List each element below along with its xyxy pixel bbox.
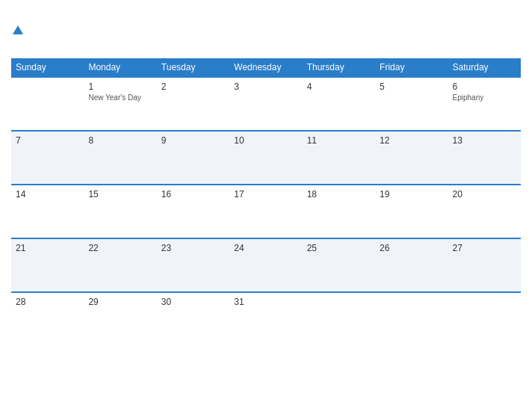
day-number: 29 <box>88 297 152 307</box>
calendar-cell <box>11 77 84 131</box>
weekday-header-thursday: Thursday <box>303 58 375 77</box>
calendar-cell: 29 <box>84 292 156 346</box>
day-number: 20 <box>453 189 516 200</box>
day-number: 24 <box>234 243 297 253</box>
calendar-cell: 31 <box>229 292 302 346</box>
calendar-cell: 7 <box>11 131 84 185</box>
day-number: 26 <box>380 243 443 253</box>
calendar-cell: 18 <box>303 185 375 238</box>
calendar-body: 1New Year's Day23456Epiphany789101112131… <box>11 77 521 346</box>
day-number: 4 <box>307 81 371 92</box>
day-number: 12 <box>380 135 443 146</box>
calendar-cell: 27 <box>448 238 521 292</box>
weekday-header-row: SundayMondayTuesdayWednesdayThursdayFrid… <box>11 58 521 77</box>
day-number: 8 <box>88 135 152 146</box>
logo-triangle-icon <box>13 25 23 34</box>
header <box>11 7 521 52</box>
weekday-header-saturday: Saturday <box>448 58 521 77</box>
calendar-cell <box>303 292 375 346</box>
calendar-cell: 24 <box>229 238 302 292</box>
day-number: 21 <box>16 243 79 253</box>
calendar-cell: 25 <box>303 238 375 292</box>
calendar-cell: 10 <box>229 131 302 185</box>
weekday-header-sunday: Sunday <box>11 58 84 77</box>
day-number: 16 <box>161 189 225 200</box>
day-number: 11 <box>307 135 371 146</box>
calendar-cell: 6Epiphany <box>448 77 521 131</box>
day-number: 7 <box>16 135 79 146</box>
day-number: 3 <box>234 81 297 92</box>
day-number: 31 <box>234 297 297 307</box>
calendar-cell: 15 <box>84 185 156 238</box>
calendar-container: SundayMondayTuesdayWednesdayThursdayFrid… <box>0 0 532 411</box>
calendar-cell: 22 <box>84 238 156 292</box>
calendar-cell: 26 <box>375 238 448 292</box>
weekday-header-monday: Monday <box>84 58 156 77</box>
day-number: 10 <box>234 135 297 146</box>
calendar-cell: 3 <box>229 77 302 131</box>
day-number: 6 <box>453 81 516 92</box>
weekday-header-friday: Friday <box>375 58 448 77</box>
calendar-cell: 11 <box>303 131 375 185</box>
day-number: 9 <box>161 135 225 146</box>
calendar-cell: 1New Year's Day <box>84 77 156 131</box>
calendar-table: SundayMondayTuesdayWednesdayThursdayFrid… <box>11 58 521 346</box>
calendar-cell: 20 <box>448 185 521 238</box>
calendar-cell: 30 <box>157 292 229 346</box>
day-number: 5 <box>380 81 443 92</box>
day-number: 17 <box>234 189 297 200</box>
calendar-cell: 14 <box>11 185 84 238</box>
calendar-cell: 17 <box>229 185 302 238</box>
week-row-4: 21222324252627 <box>11 238 521 292</box>
day-number: 22 <box>88 243 152 253</box>
day-number: 18 <box>307 189 371 200</box>
calendar-cell: 13 <box>448 131 521 185</box>
day-number: 1 <box>88 81 152 92</box>
day-number: 28 <box>16 297 79 307</box>
day-number: 23 <box>161 243 225 253</box>
day-number: 25 <box>307 243 371 253</box>
calendar-cell: 28 <box>11 292 84 346</box>
week-row-5: 28293031 <box>11 292 521 346</box>
calendar-cell: 19 <box>375 185 448 238</box>
week-row-2: 78910111213 <box>11 131 521 185</box>
holiday-name: New Year's Day <box>88 93 152 102</box>
calendar-cell: 23 <box>157 238 229 292</box>
calendar-cell: 2 <box>157 77 229 131</box>
week-row-1: 1New Year's Day23456Epiphany <box>11 77 521 131</box>
calendar-cell: 9 <box>157 131 229 185</box>
day-number: 15 <box>88 189 152 200</box>
week-row-3: 14151617181920 <box>11 185 521 238</box>
day-number: 27 <box>453 243 516 253</box>
calendar-cell <box>448 292 521 346</box>
day-number: 2 <box>161 81 225 92</box>
calendar-cell: 8 <box>84 131 156 185</box>
calendar-cell: 12 <box>375 131 448 185</box>
calendar-cell: 5 <box>375 77 448 131</box>
logo <box>11 25 23 34</box>
calendar-cell: 16 <box>157 185 229 238</box>
day-number: 30 <box>161 297 225 307</box>
calendar-cell <box>375 292 448 346</box>
calendar-cell: 21 <box>11 238 84 292</box>
weekday-header-tuesday: Tuesday <box>157 58 229 77</box>
calendar-header: SundayMondayTuesdayWednesdayThursdayFrid… <box>11 58 521 77</box>
day-number: 13 <box>453 135 516 146</box>
holiday-name: Epiphany <box>453 93 516 102</box>
weekday-header-wednesday: Wednesday <box>229 58 302 77</box>
calendar-cell: 4 <box>303 77 375 131</box>
day-number: 19 <box>380 189 443 200</box>
day-number: 14 <box>16 189 79 200</box>
